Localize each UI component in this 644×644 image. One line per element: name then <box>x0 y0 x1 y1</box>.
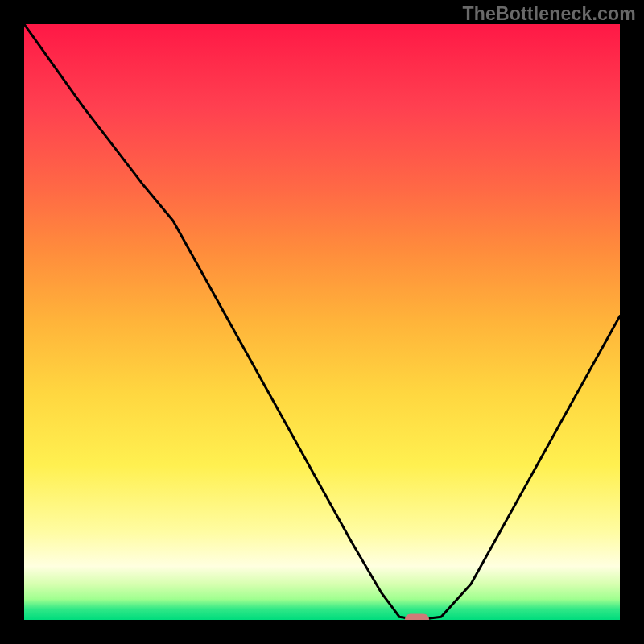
watermark-text: TheBottleneck.com <box>462 3 636 25</box>
bottleneck-curve <box>24 24 620 620</box>
optimal-point-marker <box>405 614 429 621</box>
plot-area <box>24 24 620 620</box>
chart-frame: TheBottleneck.com <box>0 0 644 644</box>
